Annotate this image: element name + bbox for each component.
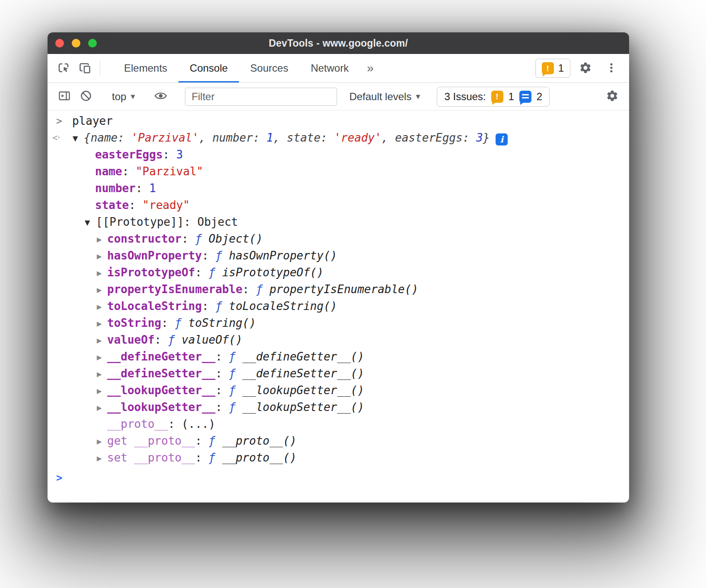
token-pvp: } xyxy=(483,131,490,144)
expand-triangle-icon[interactable]: ▶ xyxy=(97,349,107,366)
log-levels-label: Default levels xyxy=(349,91,411,103)
token-name: toString xyxy=(107,316,161,329)
clear-circle-slash-icon xyxy=(79,89,93,104)
context-selector[interactable]: top ▼ xyxy=(105,91,142,103)
token-pvn: name xyxy=(91,131,118,144)
expand-triangle-icon[interactable]: ▶ xyxy=(97,383,107,400)
token-str: "Parzival" xyxy=(136,165,204,178)
titlebar: DevTools - www.google.com/ xyxy=(48,32,629,54)
main-toolbar: Elements Console Sources Network » ! 1 xyxy=(48,54,629,83)
tab-sources[interactable]: Sources xyxy=(239,54,299,82)
eye-icon xyxy=(153,89,168,104)
expand-triangle-icon[interactable]: ▶ xyxy=(97,433,107,450)
token-cmd: player xyxy=(72,114,113,127)
console-line-fn: ▶set __proto__: ƒ __proto__() xyxy=(48,449,629,466)
minimize-button[interactable] xyxy=(72,39,80,47)
console-line-fn: ▶get __proto__: ƒ __proto__() xyxy=(48,433,629,449)
token-name: valueOf xyxy=(107,333,155,346)
prompt-chevron-icon[interactable]: > xyxy=(56,470,62,487)
expand-triangle-icon[interactable]: ▶ xyxy=(97,332,107,349)
console-line-fn: ▶constructor: ƒ Object() xyxy=(48,231,629,247)
clear-console-button[interactable] xyxy=(75,89,97,104)
zoom-button[interactable] xyxy=(88,39,97,47)
token-name: state xyxy=(95,199,129,212)
console-sidebar-toggle-button[interactable] xyxy=(54,89,75,104)
token-name: __lookupGetter__ xyxy=(107,384,215,397)
token-pun: : xyxy=(181,232,195,245)
log-levels-dropdown[interactable]: Default levels ▼ xyxy=(342,91,427,103)
device-toolbar-button[interactable] xyxy=(74,54,96,82)
issues-button[interactable]: 3 Issues: ! 1 2 xyxy=(437,87,550,107)
token-pun: : xyxy=(202,249,215,262)
expand-triangle-icon[interactable]: ▶ xyxy=(97,400,107,417)
token-pun: : xyxy=(242,283,256,296)
token-name: easterEggs xyxy=(95,148,163,161)
console-line-result: <·▼{name: 'Parzival', number: 1, state: … xyxy=(48,130,629,146)
close-button[interactable] xyxy=(55,39,64,47)
expand-triangle-icon[interactable]: ▶ xyxy=(97,366,107,383)
collapse-triangle-icon[interactable]: ▼ xyxy=(73,130,84,147)
token-name: isPrototypeOf xyxy=(107,266,195,279)
error-notification-button[interactable]: ! 1 xyxy=(535,59,570,78)
tab-elements[interactable]: Elements xyxy=(113,54,178,82)
token-pun: : xyxy=(122,165,136,178)
token-pvp: , xyxy=(199,131,212,144)
expand-triangle-icon[interactable]: ▶ xyxy=(97,282,107,299)
collapse-triangle-icon[interactable]: ▼ xyxy=(85,214,96,231)
issues-message-count: 2 xyxy=(537,91,542,103)
expand-triangle-icon[interactable]: ▶ xyxy=(97,265,107,282)
expand-triangle-icon[interactable]: ▶ xyxy=(97,450,107,467)
console-line-fn: ▶toString: ƒ toString() xyxy=(48,315,629,332)
chevron-down-icon: ▼ xyxy=(416,93,420,100)
token-pvp: , xyxy=(273,131,286,144)
console-line-fn: ▶valueOf: ƒ valueOf() xyxy=(48,332,629,348)
expand-triangle-icon[interactable]: ▶ xyxy=(97,299,107,316)
token-pun: : xyxy=(215,367,229,380)
console-line-fn: ▶isPrototypeOf: ƒ isPrototypeOf() xyxy=(48,264,629,281)
token-fnsig: __proto__() xyxy=(222,434,296,447)
traffic-lights xyxy=(55,32,97,54)
more-tabs-button[interactable]: » xyxy=(360,54,381,82)
inspect-cursor-icon xyxy=(57,61,70,76)
console-line-proto-header: ▼[[Prototype]]: Object xyxy=(48,214,629,231)
expand-triangle-icon[interactable]: ▶ xyxy=(97,231,107,248)
token-name: number xyxy=(95,182,136,195)
console-line-fn: ▶__lookupGetter__: ƒ __lookupGetter__() xyxy=(48,382,629,399)
token-pun: : xyxy=(195,266,209,279)
console-line-prompt[interactable]: > xyxy=(48,470,629,487)
sidebar-panel-icon xyxy=(57,89,71,104)
token-pvn: number xyxy=(212,131,253,144)
token-pun: : xyxy=(184,215,197,228)
expand-triangle-icon[interactable]: ▶ xyxy=(97,316,107,332)
toolbar-right-controls: ! 1 xyxy=(535,54,629,82)
token-fn: ƒ xyxy=(215,300,229,313)
tab-console[interactable]: Console xyxy=(178,54,239,82)
token-pun: : xyxy=(161,316,175,329)
token-accessor: __proto__ xyxy=(107,417,168,430)
token-pun: : xyxy=(202,300,215,313)
console-line-prop: state: "ready" xyxy=(48,197,629,214)
info-icon[interactable]: i xyxy=(496,133,508,145)
console-settings-button[interactable] xyxy=(601,89,623,104)
token-fn: ƒ xyxy=(229,350,242,363)
token-pvs: 'ready' xyxy=(334,131,382,144)
token-name: hasOwnProperty xyxy=(107,249,202,262)
window-title: DevTools - www.google.com/ xyxy=(269,38,408,49)
token-pvs: 'Parzival' xyxy=(131,131,199,144)
token-pun: : xyxy=(129,199,142,212)
token-fn: ƒ xyxy=(229,367,242,380)
token-fnsig: Object() xyxy=(209,232,263,245)
token-accessor: set __proto__ xyxy=(107,451,195,464)
settings-button[interactable] xyxy=(575,61,596,76)
token-fn: ƒ xyxy=(209,451,222,464)
live-expression-button[interactable] xyxy=(150,89,172,104)
result-arrow-icon: <· xyxy=(52,130,60,146)
more-options-button[interactable] xyxy=(601,61,622,76)
inspect-element-button[interactable] xyxy=(53,54,74,82)
gear-icon xyxy=(579,61,592,76)
token-pvnum: 1 xyxy=(267,131,273,144)
token-pun: : xyxy=(215,401,229,414)
filter-input[interactable] xyxy=(185,88,337,106)
tab-network[interactable]: Network xyxy=(299,54,360,82)
expand-triangle-icon[interactable]: ▶ xyxy=(97,248,107,265)
